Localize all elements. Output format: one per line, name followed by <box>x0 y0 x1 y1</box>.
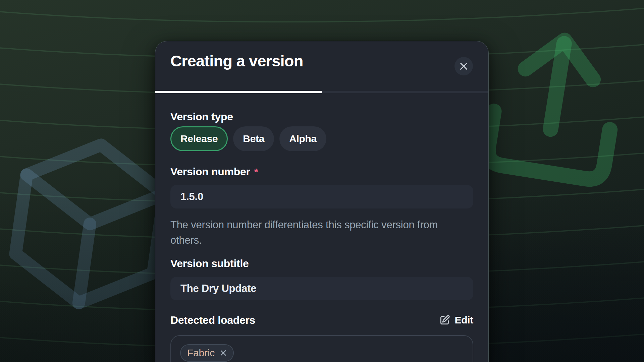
loader-chip-fabric: Fabric <box>180 344 234 362</box>
version-number-helper-text: The version number differentiates this s… <box>170 217 473 248</box>
create-version-modal: Creating a version Version type Release … <box>155 41 489 362</box>
version-subtitle-input[interactable] <box>170 277 473 300</box>
edit-label: Edit <box>455 314 473 326</box>
detected-loaders-row: Detected loaders Edit <box>170 313 473 327</box>
progress-fill <box>155 91 322 93</box>
version-type-alpha-button[interactable]: Alpha <box>279 126 326 151</box>
version-type-label: Version type <box>170 110 473 123</box>
version-subtitle-label: Version subtitle <box>170 257 473 270</box>
close-button[interactable] <box>454 57 473 75</box>
modal-body: Version type Release Beta Alpha Version … <box>155 110 488 362</box>
required-asterisk: * <box>254 166 258 178</box>
version-type-options: Release Beta Alpha <box>170 126 473 151</box>
version-type-beta-button[interactable]: Beta <box>233 126 274 151</box>
close-icon <box>459 62 468 71</box>
version-number-label-row: Version number * <box>170 165 473 178</box>
remove-loader-icon[interactable] <box>219 349 227 357</box>
loader-chip-label: Fabric <box>187 347 215 359</box>
progress-bar <box>155 91 488 93</box>
edit-pencil-icon <box>439 315 450 326</box>
edit-loaders-button[interactable]: Edit <box>439 314 473 326</box>
modal-header: Creating a version <box>155 41 488 91</box>
version-number-input[interactable] <box>170 185 473 208</box>
version-number-label: Version number <box>170 165 250 178</box>
modal-title: Creating a version <box>170 51 303 71</box>
detected-loaders-box: Fabric <box>170 335 473 362</box>
page-background: Creating a version Version type Release … <box>0 0 644 362</box>
detected-loaders-label: Detected loaders <box>170 313 255 327</box>
version-type-release-button[interactable]: Release <box>170 126 228 151</box>
